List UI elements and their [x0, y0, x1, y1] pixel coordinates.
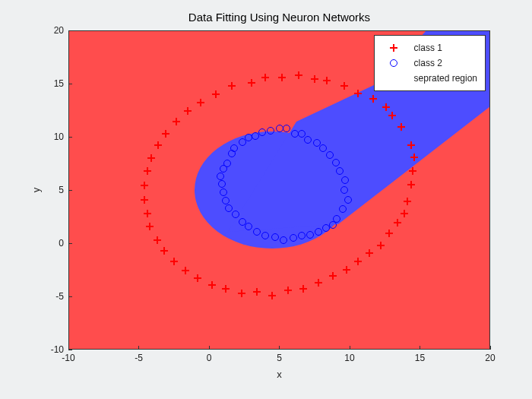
y-tick	[68, 350, 72, 350]
x-tick-label: 10	[344, 353, 354, 363]
plot-area: class 1 class 2 seprated region	[68, 30, 490, 350]
x-tick	[420, 346, 420, 350]
x-tick	[138, 346, 139, 350]
legend-label: seprated region	[414, 73, 477, 84]
y-tick-label: 0	[59, 238, 64, 249]
y-tick	[68, 296, 72, 297]
x-tick-label: 5	[277, 353, 282, 363]
y-tick-label: -5	[55, 291, 64, 302]
y-tick-label: 20	[54, 25, 64, 36]
y-tick-label: 15	[54, 78, 64, 89]
x-tick	[209, 346, 210, 350]
region-icon	[381, 71, 407, 85]
circle-icon	[390, 59, 397, 67]
y-tick	[68, 243, 72, 244]
legend-label: class 1	[414, 43, 442, 53]
y-tick	[68, 190, 72, 191]
y-tick-label: -10	[51, 344, 64, 355]
x-tick	[350, 346, 350, 350]
plus-icon	[390, 44, 397, 52]
legend-entry-class2: class 2	[381, 55, 477, 71]
y-tick	[68, 30, 72, 31]
legend-entry-class1: class 1	[381, 40, 477, 55]
chart-title: Data Fitting Using Neuron Networks	[68, 11, 490, 24]
x-tick	[490, 346, 491, 350]
axes[interactable]: class 1 class 2 seprated region	[68, 30, 490, 350]
x-tick-label: 0	[207, 353, 212, 363]
y-tick-label: 5	[59, 185, 64, 195]
x-axis-label: x	[68, 369, 490, 380]
legend-label: class 2	[414, 58, 442, 68]
y-axis-label: y	[30, 30, 46, 350]
legend[interactable]: class 1 class 2 seprated region	[374, 35, 486, 91]
legend-entry-region: seprated region	[381, 71, 477, 86]
figure-window: Data Fitting Using Neuron Networks x y c…	[0, 0, 532, 399]
x-tick-label: -5	[135, 353, 143, 363]
x-tick-label: 20	[485, 353, 495, 363]
y-tick	[68, 84, 72, 84]
x-tick	[279, 346, 280, 350]
y-tick-label: 10	[54, 131, 64, 142]
x-tick-label: 15	[415, 353, 425, 363]
y-tick	[68, 137, 72, 138]
